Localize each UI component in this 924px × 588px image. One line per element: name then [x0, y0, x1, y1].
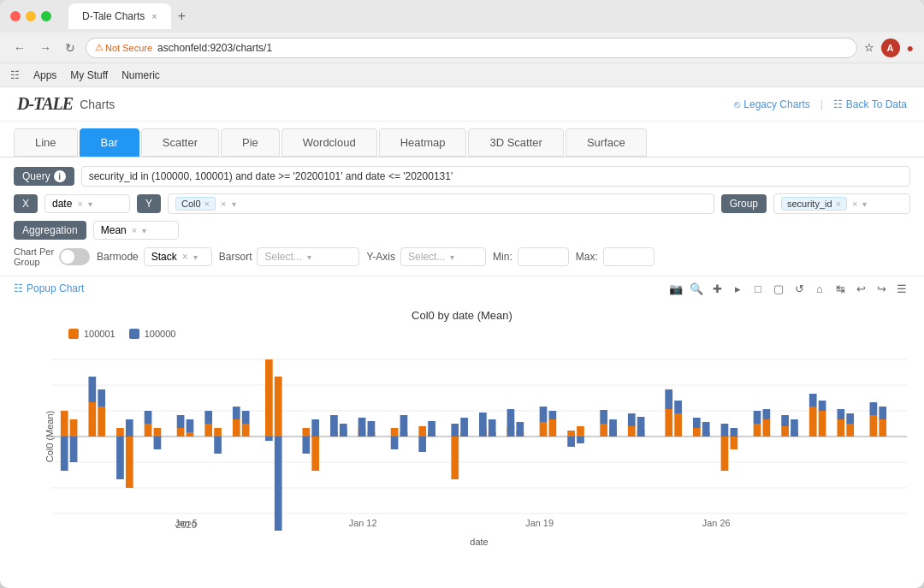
x-value: date — [52, 198, 72, 210]
bookmark-apps[interactable]: Apps — [33, 69, 56, 81]
x-axis-label: date — [51, 537, 907, 547]
close-traffic-light[interactable] — [10, 11, 21, 21]
y-axis-label: Col0 (Mean) — [44, 411, 55, 463]
svg-rect-98 — [674, 401, 682, 413]
svg-rect-52 — [330, 415, 338, 437]
pan-icon[interactable]: ↹ — [832, 280, 849, 297]
svg-rect-105 — [730, 437, 737, 449]
back-button[interactable]: ← — [10, 39, 29, 56]
svg-rect-44 — [265, 437, 273, 441]
min-input[interactable] — [518, 247, 569, 266]
svg-rect-104 — [721, 424, 729, 437]
home-icon[interactable]: ⌂ — [811, 280, 828, 297]
avatar[interactable]: A — [881, 39, 900, 57]
bookmark-mystuff[interactable]: My Stuff — [70, 69, 108, 81]
bookmark-numeric[interactable]: Numeric — [121, 69, 160, 81]
barmode-select[interactable]: Stack × ▾ — [144, 247, 212, 266]
address-bar[interactable]: ⚠ Not Secure aschonfeld:9203/charts/1 — [86, 38, 857, 58]
svg-rect-20 — [88, 377, 96, 402]
svg-rect-102 — [702, 422, 710, 437]
popup-chart-link[interactable]: ☷ Popup Chart — [14, 282, 84, 294]
minimize-traffic-light[interactable] — [26, 11, 36, 21]
y-clear-button[interactable]: × — [221, 199, 226, 209]
chart-svg: 3 2 1 0 −1 −2 −3 — [51, 342, 907, 531]
maximize-traffic-light[interactable] — [41, 11, 51, 21]
x-select[interactable]: date × ▾ — [44, 194, 130, 213]
svg-rect-110 — [763, 409, 771, 419]
aggregation-label: Aggregation — [14, 221, 86, 240]
zoom-out-icon[interactable]: ▢ — [770, 280, 787, 297]
svg-rect-67 — [451, 437, 459, 479]
tab-bar[interactable]: Bar — [80, 128, 139, 157]
svg-rect-84 — [567, 437, 575, 447]
tab-heatmap[interactable]: Heatmap — [379, 128, 467, 157]
svg-rect-28 — [145, 411, 152, 424]
redo-icon[interactable]: ↪ — [873, 280, 890, 297]
crosshair-icon[interactable]: ✚ — [708, 280, 726, 297]
y-tag-remove[interactable]: × — [204, 199, 210, 209]
tab-surface[interactable]: Surface — [566, 128, 647, 157]
barsort-arrow-icon: ▾ — [307, 252, 311, 262]
group-tag-value: security_id — [787, 199, 832, 209]
back-to-data-link[interactable]: ☷ Back To Data — [833, 98, 907, 110]
aggregation-value: Mean — [101, 224, 127, 236]
camera-icon[interactable]: 📷 — [667, 280, 684, 297]
action-bar: ☷ Popup Chart 📷 🔍 ✚ ▸ □ ▢ ↺ ⌂ ↹ ↩ ↪ ☰ — [0, 276, 924, 300]
active-tab[interactable]: D-Tale Charts × — [68, 3, 171, 29]
chart-type-tabs: Line Bar Scatter Pie Wordcloud Heatmap 3… — [0, 122, 924, 157]
svg-rect-111 — [781, 426, 789, 437]
bookmark-icon[interactable]: ☆ — [864, 41, 874, 54]
barmode-clear-icon[interactable]: × — [182, 251, 188, 263]
undo-icon[interactable]: ↩ — [852, 280, 869, 297]
zoom-reset-icon[interactable]: ↺ — [791, 280, 808, 297]
forward-button[interactable]: → — [36, 39, 55, 56]
zoom-in-icon[interactable]: 🔍 — [688, 280, 705, 297]
app-header: D-TALE Charts ⎋ Legacy Charts | ☷ Back T… — [0, 87, 924, 122]
new-tab-button[interactable]: + — [178, 9, 186, 24]
tab-line[interactable]: Line — [14, 128, 78, 157]
x-clear-button[interactable]: × — [77, 199, 82, 209]
tab-scatter[interactable]: Scatter — [141, 128, 219, 157]
aggregation-clear[interactable]: × — [132, 225, 137, 235]
group-select[interactable]: security_id × × ▾ — [773, 193, 910, 214]
svg-rect-41 — [242, 424, 250, 437]
lasso-icon[interactable]: ▸ — [729, 280, 746, 297]
legend-color-100001 — [68, 329, 79, 339]
group-clear-button[interactable]: × — [852, 199, 857, 209]
yaxis-placeholder: Select... — [408, 251, 445, 263]
barsort-select[interactable]: Select... ▾ — [257, 247, 359, 266]
svg-rect-38 — [214, 437, 222, 454]
y-arrow-icon: ▾ — [232, 199, 236, 209]
grid-icon: ☷ — [833, 98, 843, 110]
barsort-option: Barsort Select... ▾ — [219, 247, 360, 266]
svg-rect-59 — [391, 428, 399, 437]
tab-wordcloud[interactable]: Wordcloud — [281, 128, 377, 157]
tab-3dscatter[interactable]: 3D Scatter — [468, 128, 563, 157]
max-input[interactable] — [603, 247, 654, 266]
svg-rect-94 — [637, 417, 645, 437]
tab-close-button[interactable]: × — [151, 11, 157, 21]
group-tag-remove[interactable]: × — [836, 199, 841, 209]
traffic-lights — [10, 11, 51, 21]
legacy-charts-link[interactable]: ⎋ Legacy Charts — [734, 98, 809, 110]
query-input[interactable] — [81, 166, 910, 187]
chart-per-group-toggle[interactable] — [59, 248, 90, 265]
reload-button[interactable]: ↻ — [62, 39, 79, 56]
bookmarks-bar: ☷ Apps My Stuff Numeric — [0, 63, 924, 87]
tab-pie[interactable]: Pie — [221, 128, 280, 157]
svg-rect-25 — [126, 437, 133, 488]
chart-options-row: Chart Per Group Barmode Stack × ▾ Barsor… — [14, 246, 910, 267]
query-info-icon[interactable]: i — [54, 170, 66, 182]
svg-rect-103 — [721, 437, 729, 471]
yaxis-select[interactable]: Select... ▾ — [400, 247, 486, 266]
svg-rect-87 — [600, 424, 607, 437]
y-select[interactable]: Col0 × × ▾ — [168, 193, 714, 214]
aggregation-select[interactable]: Mean × ▾ — [93, 221, 179, 240]
y-tag: Col0 × — [175, 197, 216, 211]
svg-rect-116 — [809, 394, 817, 407]
extensions-icon[interactable]: ● — [907, 41, 914, 55]
barsort-placeholder: Select... — [264, 251, 301, 263]
svg-rect-43 — [265, 359, 273, 437]
zoom-box-icon[interactable]: □ — [749, 280, 767, 297]
menu-icon[interactable]: ☰ — [893, 280, 910, 297]
